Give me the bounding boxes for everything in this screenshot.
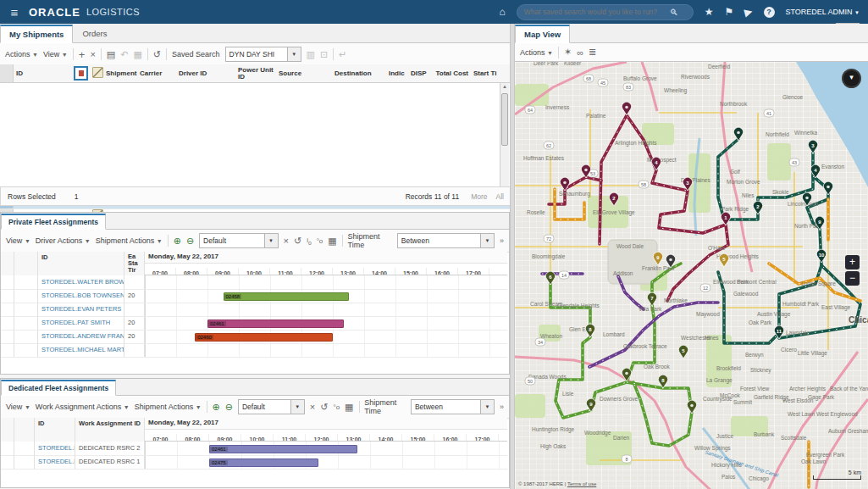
gantt-bar-02461[interactable]: 02461 (209, 445, 357, 453)
detach-icon[interactable]: ⊡ (320, 49, 328, 60)
pf-row[interactable]: STOREDEL.MICHAEL MARTIN (1, 343, 507, 358)
pf-row[interactable]: STOREDEL.PAT SMITH2002461 (1, 316, 507, 331)
df-clear-icon[interactable]: × (310, 402, 315, 412)
column-header[interactable]: Start Ti (471, 70, 503, 77)
df-grid-icon[interactable]: ▦ (345, 402, 353, 413)
column-header[interactable]: Indic (386, 70, 408, 77)
df-overflow-icon[interactable]: » (500, 403, 504, 411)
actions-menu[interactable]: Actions ▼ (5, 50, 38, 58)
column-header[interactable]: Shipment (103, 70, 137, 77)
wrap-icon[interactable]: ↵ (339, 49, 346, 60)
column-header[interactable]: Destination (332, 70, 386, 77)
column-header[interactable]: Carrier (137, 70, 176, 77)
gantt-bar-02461[interactable]: 02461 (207, 320, 344, 328)
tab-my-shipments[interactable]: My Shipments (0, 25, 73, 43)
df-view-menu[interactable]: View ▼ (6, 403, 30, 411)
df-refresh-icon[interactable]: ↺ (320, 402, 328, 413)
search-icon[interactable]: 🔍︎ (670, 8, 678, 17)
favorites-star-icon[interactable]: ★ (705, 6, 714, 18)
df-wa-actions-menu[interactable]: Work Assignment Actions ▼ (36, 403, 130, 411)
column-header[interactable]: Source (276, 70, 332, 77)
df-zoom-in-icon[interactable]: ⊕ (212, 402, 219, 413)
column-header[interactable]: Total Cost (427, 70, 471, 77)
pf-refresh-icon[interactable]: ↺ (294, 236, 301, 247)
pf-clear-icon[interactable]: × (284, 236, 289, 246)
gantt-bar-02458[interactable]: 02458 (224, 292, 349, 301)
map-zoom-in-button[interactable]: + (845, 255, 860, 270)
tab-orders[interactable]: Orders (73, 25, 116, 42)
df-gantt-body[interactable]: STOREDEL.DDEDICATED RSRC 202461STOREDEL.… (1, 442, 507, 469)
pf-preset-select[interactable]: Default▼ (199, 233, 278, 248)
pf-row[interactable]: STOREDEL.EVAN PETERS (1, 303, 507, 317)
pf-grid-icon[interactable]: ▦ (328, 236, 336, 247)
grid-icon[interactable]: ▥ (307, 49, 315, 60)
add-icon[interactable]: + (79, 48, 86, 61)
global-search[interactable]: 🔍︎ (517, 4, 694, 20)
df-shipment-actions-menu[interactable]: Shipment Actions ▼ (135, 403, 202, 411)
df-row[interactable]: STOREDEL.DDEDICATED RSRC 202461 (1, 442, 507, 456)
df-zoom-out-icon[interactable]: ⊖ (225, 402, 233, 413)
column-header[interactable]: DISP (408, 70, 427, 77)
driver-link[interactable]: STOREDEL.PAT SMITH (38, 316, 124, 330)
gantt-bar-02460[interactable]: 02460 (195, 333, 333, 342)
pf-view-menu[interactable]: View ▼ (6, 236, 30, 245)
delete-icon[interactable]: × (90, 49, 95, 59)
undo-icon[interactable]: ↶ (120, 49, 128, 60)
pf-unlink-icon[interactable]: °o (317, 237, 323, 245)
map-view-icon[interactable]: ∞ (577, 47, 583, 58)
zoom-out-icon[interactable]: ⊖ (186, 236, 194, 247)
table-vscroll-thumb[interactable] (501, 93, 508, 146)
note-column-icon[interactable] (92, 67, 103, 78)
records-all-link[interactable]: All (496, 192, 504, 201)
global-search-input[interactable] (522, 7, 670, 17)
tab-dedicated-fleet[interactable]: Dedicated Fleet Assignments (1, 380, 116, 396)
zoom-in-icon[interactable]: ⊕ (174, 236, 181, 247)
pf-row[interactable]: STOREDEL.ANDREW FRANKLIN2002460 (1, 330, 507, 344)
df-shipment-time-select[interactable]: Between▼ (411, 399, 495, 414)
pf-gantt-body[interactable]: STOREDEL.WALTER BROWNSTOREDEL.BOB TOWNSE… (1, 275, 507, 357)
pf-shipment-time-select[interactable]: Between▼ (397, 233, 495, 248)
pf-overflow-icon[interactable]: » (500, 236, 504, 245)
select-all-icon[interactable] (74, 66, 88, 81)
column-header[interactable] (90, 67, 103, 80)
records-more-link[interactable]: More (471, 192, 487, 201)
df-preset-select[interactable]: Default▼ (238, 399, 305, 414)
view-menu[interactable]: View ▼ (43, 50, 68, 58)
pf-row[interactable]: STOREDEL.WALTER BROWN (1, 275, 507, 290)
map-layers-icon[interactable]: ≣ (589, 47, 596, 58)
refresh-icon[interactable]: ↺ (153, 49, 161, 60)
column-header[interactable] (71, 66, 90, 81)
resource-link[interactable]: STOREDEL.D (35, 442, 75, 455)
tab-map-view[interactable]: Map View (515, 25, 570, 43)
map-canvas[interactable]: Deer ParkKildeerBuffalo GroveWheelingNor… (515, 61, 868, 489)
hamburger-icon[interactable]: ≡ (0, 5, 29, 19)
pf-link-icon[interactable]: io (307, 236, 311, 246)
driver-link[interactable]: STOREDEL.BOB TOWNSEND (38, 289, 124, 303)
send-icon[interactable]: ▶ (744, 5, 755, 19)
driver-link[interactable]: STOREDEL.EVAN PETERS (38, 303, 124, 316)
map-zoom-out-button[interactable]: − (845, 271, 860, 286)
save-icon[interactable]: ▦ (133, 49, 141, 60)
resource-link[interactable]: STOREDEL.D (35, 455, 75, 469)
driver-link[interactable]: STOREDEL.MICHAEL MARTIN (38, 343, 124, 357)
df-row[interactable]: STOREDEL.DDEDICATED RSRC 102475 (1, 455, 507, 470)
copy-icon[interactable]: ▤ (107, 49, 115, 60)
driver-link[interactable]: STOREDEL.ANDREW FRANKLIN (38, 330, 124, 343)
table-vscrollbar[interactable]: ▲▼ (500, 83, 509, 193)
driver-link[interactable]: STOREDEL.WALTER BROWN (38, 275, 124, 289)
help-icon[interactable]: ? (764, 7, 775, 18)
flag-icon[interactable]: ⚑ (725, 6, 734, 18)
map-actions-menu[interactable]: Actions ▼ (520, 48, 553, 57)
pf-driver-actions-menu[interactable]: Driver Actions ▼ (36, 236, 91, 245)
column-header[interactable]: ID (14, 70, 71, 77)
terms-of-use-link[interactable]: Terms of use (567, 481, 596, 486)
column-header[interactable]: Driver ID (176, 70, 235, 77)
pf-shipment-actions-menu[interactable]: Shipment Actions ▼ (96, 236, 163, 245)
gantt-bar-02475[interactable]: 02475 (209, 458, 318, 467)
map-fit-icon[interactable]: ✶ (564, 47, 572, 58)
tab-private-fleet[interactable]: Private Fleet Assignments (1, 214, 106, 230)
pf-row[interactable]: STOREDEL.BOB TOWNSEND2002458 (1, 289, 507, 303)
df-unlink-icon[interactable]: °o (333, 403, 340, 411)
column-header[interactable]: Power Unit ID (235, 67, 276, 81)
user-menu[interactable]: STOREDEL ADMIN ▼ (786, 8, 860, 16)
